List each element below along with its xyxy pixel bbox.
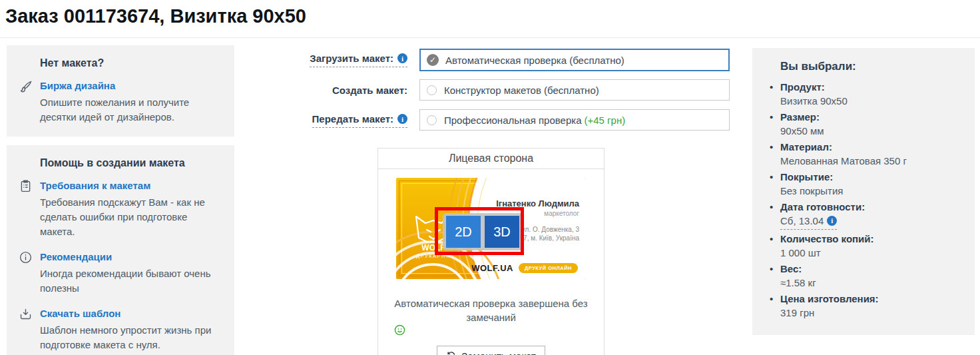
layout-preview-panel: Лицевая сторона	[377, 148, 605, 355]
annotation-highlight	[435, 207, 524, 255]
summary-item-price: Цена изготовления: 319 грн	[767, 292, 961, 320]
download-template-link[interactable]: Скачать шаблон	[40, 306, 121, 321]
info-icon[interactable]	[827, 216, 837, 226]
design-exchange-desc: Опишите пожелания и получите десятки иде…	[40, 95, 221, 125]
design-exchange-item: Биржа дизайна Опишите пожелания и получи…	[19, 79, 221, 125]
summary-heading: Вы выбрали:	[767, 60, 961, 73]
no-layout-panel: Нет макета? Биржа дизайна Опишите пожела…	[7, 45, 234, 137]
card-footer: WOLF.UA ДРУКУЙ ОНЛАЙН	[471, 263, 578, 273]
download-icon	[19, 306, 40, 352]
constructor-option-label: Конструктор макетов (бесплатно)	[444, 85, 599, 96]
recommendations-item: Рекомендации Иногда рекомендации бывают …	[19, 250, 221, 296]
create-layout-label: Создать макет:	[332, 85, 407, 96]
check-icon	[427, 54, 439, 66]
help-panel: Помощь в создании макета Требования к ма…	[7, 145, 234, 355]
card-badge: ДРУКУЙ ОНЛАЙН	[519, 263, 578, 273]
download-template-desc: Шаблон немного упростит жизнь при подгот…	[40, 323, 221, 352]
constructor-option[interactable]: Конструктор макетов (бесплатно)	[419, 79, 730, 101]
card-brand: WOLF.UA	[471, 263, 513, 273]
auto-check-option-label: Автоматическая проверка (бесплатно)	[445, 55, 624, 66]
requirements-item: Требования к макетам Требования подскажу…	[19, 178, 221, 239]
info-circle-icon	[19, 250, 40, 296]
transfer-layout-label: Передать макет:	[312, 113, 407, 128]
no-layout-heading: Нет макета?	[19, 57, 221, 69]
requirements-link[interactable]: Требования к макетам	[40, 178, 150, 193]
info-icon[interactable]	[397, 114, 407, 124]
summary-item-ready-date: Дата готовности: Сб, 13.04	[767, 200, 961, 230]
order-page: Заказ 001173674, Визитка 90x50 Нет макет…	[0, 0, 980, 355]
upload-layout-label: Загрузить макет:	[310, 53, 407, 67]
design-exchange-link[interactable]: Биржа дизайна	[40, 79, 115, 93]
order-summary-panel: Вы выбрали: Продукт: Визитка 90x50 Разме…	[752, 48, 975, 335]
radio-icon	[427, 85, 437, 95]
check-status: Автоматическая проверка завершена без за…	[391, 296, 591, 336]
summary-item-coating: Покрытие: Без покрытия	[767, 170, 961, 198]
refresh-icon	[446, 351, 456, 355]
clipboard-icon	[19, 178, 40, 239]
recommendations-desc: Иногда рекомендации бывают очень полезны	[40, 266, 221, 296]
download-template-item: Скачать шаблон Шаблон немного упростит ж…	[19, 306, 221, 352]
smiley-icon	[394, 324, 405, 336]
summary-item-size: Размер: 90x50 мм	[767, 110, 961, 138]
business-card-preview[interactable]: WOLF ДРУКАРНЯ Ігнатенко Людмила маркетол…	[396, 178, 586, 279]
side-title: Лицевая сторона	[378, 149, 604, 169]
replace-layout-button[interactable]: Заменить макет	[437, 346, 545, 355]
pro-check-option[interactable]: Профессиональная проверка (+45 грн)	[419, 109, 730, 131]
page-title: Заказ 001173674, Визитка 90x50	[5, 5, 306, 27]
summary-item-material: Материал: Мелованная Матовая 350 г	[767, 140, 961, 168]
summary-item-copies: Количество копий: 1 000 шт	[767, 232, 961, 260]
auto-check-option[interactable]: Автоматическая проверка (бесплатно)	[419, 49, 730, 71]
title-divider	[0, 37, 980, 38]
brush-icon	[19, 79, 40, 125]
recommendations-link[interactable]: Рекомендации	[40, 250, 112, 264]
summary-item-weight: Вес: ≈1.58 кг	[767, 262, 961, 290]
summary-item-product: Продукт: Визитка 90x50	[767, 80, 961, 108]
radio-icon	[427, 115, 437, 125]
requirements-desc: Требования подскажут Вам - как не сделат…	[40, 195, 221, 239]
pro-check-option-label: Профессиональная проверка	[444, 115, 582, 126]
card-address-line1: вул. О. Довженка, 3	[519, 226, 579, 233]
info-icon[interactable]	[397, 53, 407, 63]
card-person-role: маркетолог	[544, 210, 579, 217]
help-heading: Помощь в создании макета	[19, 157, 221, 169]
pro-check-price: (+45 грн)	[585, 115, 626, 126]
